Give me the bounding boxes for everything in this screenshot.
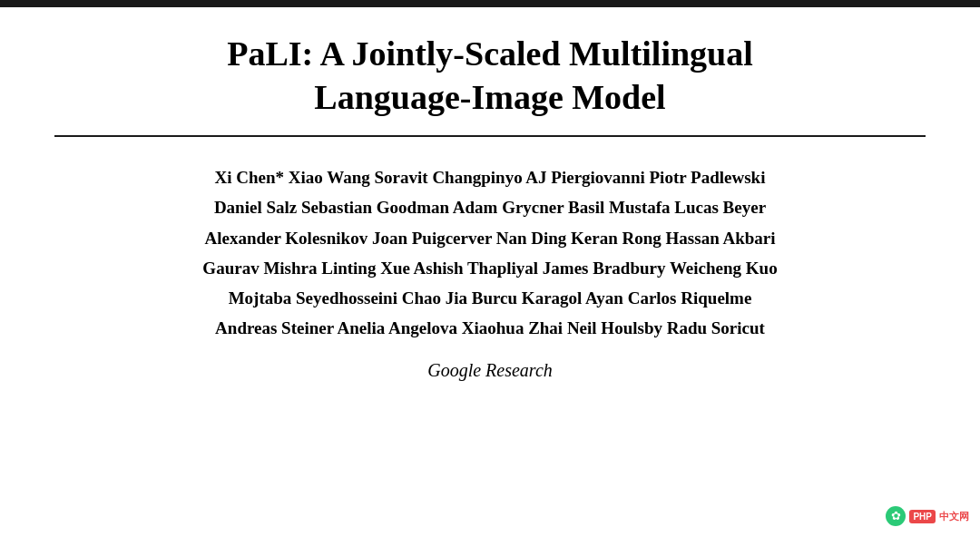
title-section: PaLI: A Jointly-Scaled Multilingual Lang…: [54, 7, 926, 135]
authors-line-5: Mojtaba Seyedhosseini Chao Jia Burcu Kar…: [54, 283, 926, 313]
paper-title: PaLI: A Jointly-Scaled Multilingual Lang…: [54, 33, 926, 119]
wechat-icon: ✿: [886, 506, 906, 526]
authors-section: Xi Chen* Xiao Wang Soravit Changpinyo AJ…: [54, 137, 926, 381]
paper-title-line1: PaLI: A Jointly-Scaled Multilingual: [227, 34, 753, 73]
watermark-badge: PHP: [909, 510, 936, 523]
authors-line-2: Daniel Salz Sebastian Goodman Adam Grycn…: [54, 192, 926, 222]
content: PaLI: A Jointly-Scaled Multilingual Lang…: [0, 7, 980, 381]
authors-line-1: Xi Chen* Xiao Wang Soravit Changpinyo AJ…: [54, 162, 926, 192]
top-bar: [0, 0, 980, 7]
paper-title-line2: Language-Image Model: [314, 78, 665, 116]
affiliation: Google Research: [54, 360, 926, 381]
authors-line-6: Andreas Steiner Anelia Angelova Xiaohua …: [54, 313, 926, 343]
watermark-text: 中文网: [939, 510, 969, 523]
watermark: ✿ PHP 中文网: [886, 506, 969, 526]
authors-line-3: Alexander Kolesnikov Joan Puigcerver Nan…: [54, 223, 926, 253]
authors-line-4: Gaurav Mishra Linting Xue Ashish Thapliy…: [54, 253, 926, 283]
